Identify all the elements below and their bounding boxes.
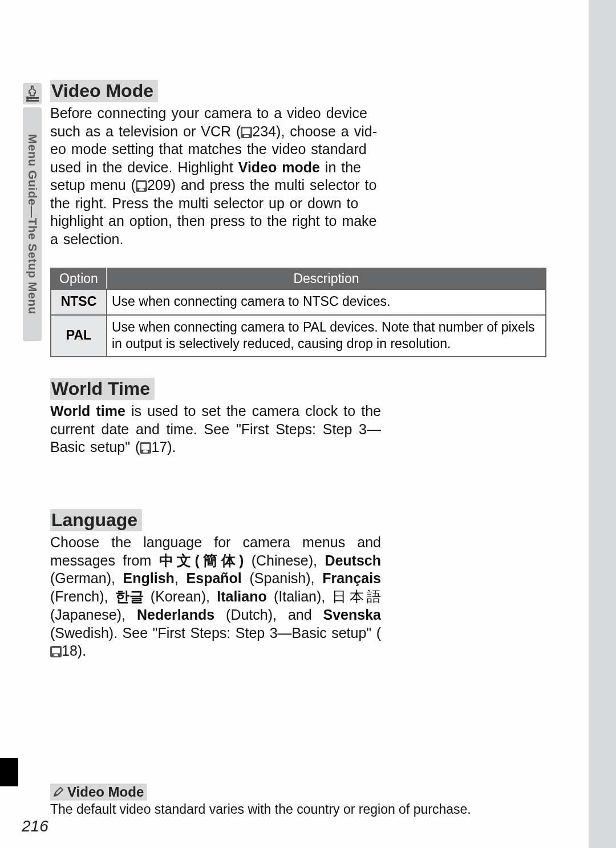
page-ref-icon [241, 127, 252, 138]
svg-rect-11 [52, 648, 60, 653]
lang-de-paren: (German), [50, 570, 123, 586]
heading-language: Language [50, 509, 142, 531]
option-cell: NTSC [51, 289, 107, 315]
page-number: 216 [22, 817, 48, 835]
wt-ref: 17 [151, 439, 167, 455]
sidebar-label: Menu Guide—The Setup Menu [26, 134, 39, 314]
th-description: Description [107, 268, 546, 289]
lang-it-paren: (Italian), [267, 588, 333, 604]
footnote-block: Video Mode The default video standard va… [50, 784, 552, 817]
lang-nl: Nederlands [137, 607, 214, 623]
lang-en: English [123, 570, 175, 586]
page-canvas: Menu Guide—The Setup Menu Video Mode Bef… [0, 0, 616, 848]
lang-de: Deutsch [325, 552, 381, 568]
lang-ja-paren: (Japanese), [50, 607, 137, 623]
pencil-icon [52, 786, 64, 798]
vm-ref-2: 209 [147, 177, 171, 193]
page-ref-icon [136, 180, 147, 192]
footnote-body: The default video standard varies with t… [50, 802, 552, 817]
wt-bold: World time [50, 403, 125, 419]
lang-sv: Svenska [323, 607, 381, 623]
main-content: Video Mode Before connecting your camera… [50, 80, 552, 660]
sidebar-label-box: Menu Guide—The Setup Menu [23, 107, 42, 341]
setup-menu-icon [23, 83, 42, 104]
lang-nl-paren: (Dutch), and [214, 607, 323, 623]
page-ref-icon [140, 442, 151, 454]
heading-video-mode: Video Mode [50, 80, 158, 102]
vm-ref-1: 234 [252, 123, 276, 139]
th-option: Option [51, 268, 107, 289]
video-mode-options-table: Option Description NTSC Use when connect… [50, 268, 546, 357]
lang-fr-paren: (French), [50, 588, 115, 604]
svg-rect-5 [242, 128, 250, 134]
language-paragraph: Choose the language for camera menus and… [50, 534, 381, 660]
footnote-title: Video Mode [67, 784, 144, 800]
lang-tail: ). [78, 643, 86, 659]
heading-world-time: World Time [50, 378, 155, 400]
lang-es-paren: (Spanish), [242, 570, 322, 586]
svg-point-3 [26, 99, 29, 102]
lang-it: Italiano [217, 588, 267, 604]
table-row: PAL Use when connecting camera to PAL de… [51, 315, 546, 357]
thumb-tab [0, 758, 18, 786]
video-mode-paragraph: Before connecting your camera to a video… [50, 104, 381, 248]
lang-ja: 日本語 [332, 588, 381, 604]
lang-ref: 18 [62, 643, 78, 659]
world-time-paragraph: World time is used to set the camera clo… [50, 402, 381, 457]
page-ref-icon [50, 646, 62, 657]
vm-bold-1: Video mode [238, 159, 320, 175]
lang-es: Español [187, 570, 242, 586]
table-row: NTSC Use when connecting camera to NTSC … [51, 289, 546, 315]
lang-ko-paren: (Korean), [144, 588, 217, 604]
lang-sv-paren: (Swedish). See "First Steps: Step 3—Basi… [50, 625, 381, 641]
wt-text-2: ). [167, 439, 176, 455]
lang-zh: 中文(簡体) [159, 552, 244, 568]
lang-ko: 한글 [115, 588, 144, 604]
section-sidebar: Menu Guide—The Setup Menu [23, 83, 42, 344]
svg-rect-7 [137, 182, 145, 188]
lang-sep1: , [175, 570, 187, 586]
svg-rect-9 [141, 444, 149, 450]
footnote-title-box: Video Mode [50, 784, 147, 801]
lang-fr: Français [322, 570, 381, 586]
svg-point-2 [26, 96, 29, 99]
option-cell: PAL [51, 315, 107, 357]
lang-zh-paren: (Chinese), [244, 552, 325, 568]
description-cell: Use when connecting camera to NTSC devic… [107, 289, 546, 315]
description-cell: Use when connecting camera to PAL device… [107, 315, 546, 357]
